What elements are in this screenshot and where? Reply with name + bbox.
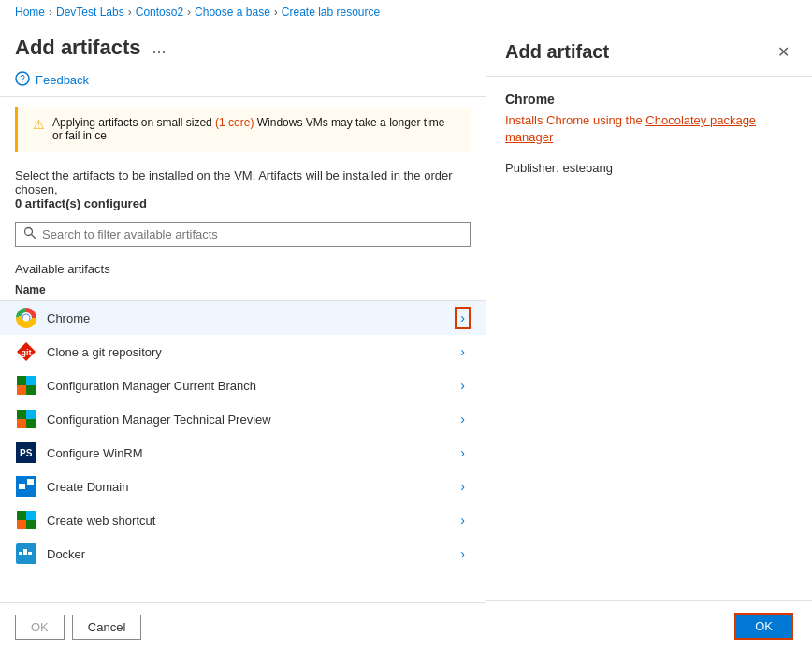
- list-item[interactable]: PS Configure WinRM ›: [0, 436, 486, 470]
- artifact-name-winrm: Configure WinRM: [47, 446, 455, 460]
- svg-rect-23: [17, 520, 26, 529]
- svg-line-3: [32, 235, 36, 239]
- svg-rect-29: [23, 549, 27, 552]
- feedback-label: Feedback: [36, 73, 89, 87]
- powershell-icon: PS: [15, 441, 37, 464]
- artifact-arrow-config-preview[interactable]: ›: [455, 410, 471, 428]
- artifact-arrow-domain[interactable]: ›: [455, 477, 471, 496]
- search-input[interactable]: [42, 227, 462, 241]
- svg-rect-11: [26, 385, 36, 395]
- breadcrumb-home[interactable]: Home: [15, 6, 45, 19]
- ok-button-right[interactable]: OK: [734, 613, 793, 640]
- svg-rect-20: [27, 479, 34, 485]
- select-info: Select the artifacts to be installed on …: [0, 161, 486, 214]
- artifact-publisher: Publisher: estebang: [505, 161, 793, 175]
- artifact-display-name: Chrome: [505, 92, 793, 107]
- left-footer: OK Cancel: [0, 602, 486, 651]
- artifact-arrow-webshortcut[interactable]: ›: [455, 511, 471, 529]
- svg-rect-28: [28, 552, 32, 555]
- config-manager-icon: [15, 374, 37, 397]
- feedback-button[interactable]: ? Feedback: [0, 67, 486, 96]
- artifact-name-config-current: Configuration Manager Current Branch: [47, 379, 455, 393]
- warning-box: ⚠ Applying artifacts on small sized (1 c…: [15, 107, 471, 152]
- artifact-name-chrome: Chrome: [47, 311, 455, 326]
- close-button[interactable]: ✕: [774, 39, 793, 65]
- breadcrumb: Home › DevTest Labs › Contoso2 › Choose …: [0, 0, 812, 24]
- column-header-name: Name: [0, 280, 486, 301]
- list-item[interactable]: git Clone a git repository ›: [0, 335, 486, 369]
- search-icon: [23, 226, 36, 242]
- domain-icon: [15, 475, 37, 498]
- artifact-name-domain: Create Domain: [47, 480, 455, 494]
- artifact-arrow-winrm[interactable]: ›: [455, 443, 471, 462]
- git-icon: git: [15, 340, 37, 363]
- panel-title: Add artifact: [505, 41, 609, 63]
- list-item[interactable]: Create Domain ›: [0, 470, 486, 503]
- config-manager-preview-icon: [15, 408, 37, 430]
- chrome-icon: [15, 307, 37, 329]
- svg-rect-26: [19, 552, 22, 555]
- breadcrumb-create-lab-resource[interactable]: Create lab resource: [282, 6, 380, 19]
- breadcrumb-choose-base[interactable]: Choose a base: [195, 6, 270, 19]
- breadcrumb-contoso[interactable]: Contoso2: [136, 6, 183, 19]
- artifact-arrow-config-current[interactable]: ›: [455, 376, 471, 395]
- artifact-description: Installs Chrome using the Chocolatey pac…: [505, 112, 793, 146]
- svg-rect-27: [23, 552, 27, 555]
- svg-text:git: git: [22, 348, 32, 357]
- svg-text:?: ?: [20, 74, 25, 84]
- panel-body: Chrome Installs Chrome using the Chocola…: [486, 77, 812, 600]
- svg-rect-9: [26, 376, 36, 385]
- list-item[interactable]: Docker ›: [0, 537, 486, 571]
- svg-rect-15: [26, 419, 36, 428]
- web-shortcut-icon: [15, 509, 37, 531]
- svg-rect-21: [17, 511, 26, 520]
- section-label: Available artifacts: [0, 254, 486, 280]
- svg-rect-22: [26, 511, 36, 520]
- svg-rect-24: [26, 520, 36, 529]
- svg-rect-10: [17, 385, 26, 395]
- svg-point-6: [23, 315, 30, 322]
- artifact-arrow-chrome[interactable]: ›: [455, 307, 471, 329]
- svg-rect-14: [17, 419, 26, 428]
- artifact-name-docker: Docker: [47, 547, 455, 561]
- cancel-button[interactable]: Cancel: [72, 615, 141, 640]
- panel-footer: OK: [486, 600, 812, 651]
- breadcrumb-devtest[interactable]: DevTest Labs: [56, 6, 124, 19]
- svg-rect-19: [19, 484, 25, 489]
- list-item[interactable]: Configuration Manager Current Branch ›: [0, 369, 486, 402]
- artifact-name-webshortcut: Create web shortcut: [47, 514, 455, 528]
- svg-rect-8: [17, 376, 26, 385]
- list-item[interactable]: Chrome ›: [0, 301, 486, 335]
- feedback-icon: ?: [15, 71, 30, 89]
- artifact-arrow-docker[interactable]: ›: [455, 544, 471, 563]
- artifact-name-git: Clone a git repository: [47, 345, 455, 359]
- docker-icon: [15, 542, 37, 565]
- warning-icon: ⚠: [33, 117, 45, 142]
- right-panel: Add artifact ✕ Chrome Installs Chrome us…: [486, 24, 812, 651]
- ok-button-left[interactable]: OK: [15, 615, 65, 640]
- list-item[interactable]: Configuration Manager Technical Preview …: [0, 402, 486, 436]
- svg-point-2: [25, 228, 33, 236]
- svg-rect-13: [26, 410, 36, 419]
- search-box[interactable]: [15, 222, 471, 247]
- list-item[interactable]: Create web shortcut ›: [0, 503, 486, 537]
- artifact-name-config-preview: Configuration Manager Technical Preview: [47, 412, 455, 427]
- artifact-list: Chrome › git Clone a git repository ›: [0, 301, 486, 602]
- page-title: Add artifacts: [15, 36, 140, 60]
- artifact-arrow-git[interactable]: ›: [455, 342, 471, 361]
- svg-text:PS: PS: [20, 448, 33, 458]
- more-options-button[interactable]: ...: [152, 38, 166, 58]
- svg-rect-12: [17, 410, 26, 419]
